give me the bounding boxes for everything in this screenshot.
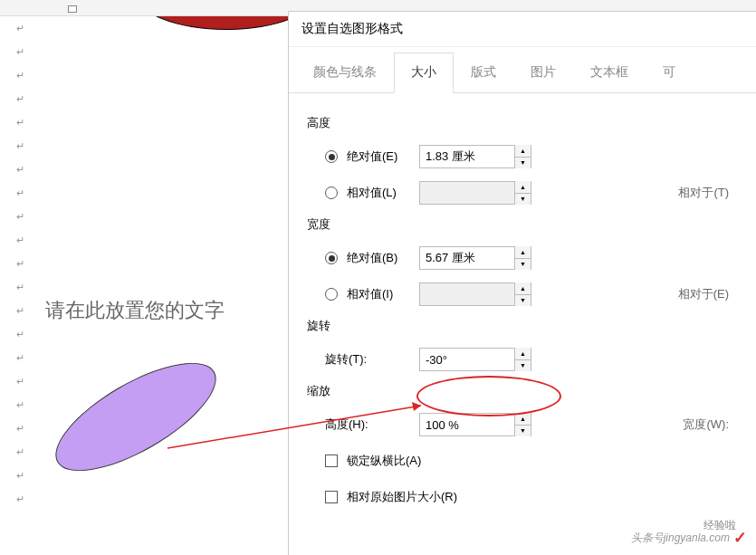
paragraph-mark: ↵ — [16, 205, 288, 228]
value-width-absolute: 5.67 厘米 — [426, 250, 475, 266]
spinner-down-icon[interactable]: ▼ — [515, 360, 531, 372]
label-scale-height: 高度(H): — [325, 416, 419, 433]
placeholder-text[interactable]: 请在此放置您的文字 — [45, 297, 225, 324]
tab-size[interactable]: 大小 — [394, 53, 454, 93]
spinner: ▲ ▼ — [514, 413, 531, 436]
indent-marker-icon[interactable] — [68, 5, 77, 13]
label-relative-to: 相对于(T) — [678, 185, 729, 201]
input-scale-height[interactable]: 100 % ▲ ▼ — [419, 413, 531, 436]
dialog-tabs: 颜色与线条 大小 版式 图片 文本框 可 — [289, 53, 756, 93]
paragraph-mark: ↵ — [16, 275, 288, 299]
spinner-down-icon: ▼ — [515, 194, 531, 206]
label-relative-to: 相对于(E) — [678, 286, 729, 302]
paragraph-mark: ↵ — [16, 87, 288, 110]
label-relative-original: 相对原始图片大小(R) — [347, 489, 457, 505]
radio-width-relative[interactable] — [325, 288, 338, 301]
spinner-up-icon[interactable]: ▲ — [515, 246, 531, 259]
watermark: 头条号jingyanla.com ✓ — [631, 528, 747, 548]
value-rotate: -30° — [426, 353, 447, 367]
spinner: ▲ ▼ — [514, 181, 531, 205]
input-width-absolute[interactable]: 5.67 厘米 ▲ ▼ — [419, 246, 531, 270]
spinner-down-icon[interactable]: ▼ — [515, 426, 531, 437]
paragraph-mark: ↵ — [16, 322, 288, 346]
spinner-down-icon: ▼ — [515, 295, 531, 307]
spinner-up-icon: ▲ — [515, 181, 531, 194]
spinner-up-icon: ▲ — [515, 282, 531, 295]
check-icon: ✓ — [733, 528, 747, 548]
spinner: ▲ ▼ — [514, 348, 531, 371]
tab-picture[interactable]: 图片 — [513, 53, 573, 92]
paragraph-mark: ↵ — [16, 228, 288, 252]
label-height-relative: 相对值(L) — [347, 185, 419, 201]
section-rotate: 旋转 — [307, 318, 738, 334]
tab-alt[interactable]: 可 — [646, 53, 693, 92]
paragraph-mark: ↵ — [16, 134, 288, 158]
label-rotate: 旋转(T): — [325, 351, 419, 368]
section-scale: 缩放 — [307, 383, 738, 399]
radio-height-absolute[interactable] — [325, 150, 338, 163]
spinner: ▲ ▼ — [514, 145, 531, 168]
spinner-up-icon[interactable]: ▲ — [515, 348, 531, 360]
tab-textbox[interactable]: 文本框 — [573, 53, 646, 92]
section-height: 高度 — [307, 115, 738, 131]
tab-color-line[interactable]: 颜色与线条 — [296, 53, 394, 92]
paragraph-mark: ↵ — [16, 63, 288, 87]
input-height-relative: ▲ ▼ — [419, 181, 531, 205]
watermark-text: 头条号jingyanla.com — [631, 531, 730, 546]
document-canvas[interactable]: ↵ ↵ ↵ ↵ ↵ ↵ ↵ ↵ ↵ ↵ ↵ ↵ ↵ ↵ ↵ ↵ ↵ ↵ ↵ ↵ … — [0, 16, 288, 555]
dialog-body: 高度 绝对值(E) 1.83 厘米 ▲ ▼ 相对值(L) ▲ ▼ 相对于(T) — [289, 93, 756, 531]
paragraph-mark: ↵ — [16, 346, 288, 369]
checkbox-lock-aspect[interactable] — [325, 455, 338, 467]
spinner-up-icon[interactable]: ▲ — [515, 145, 531, 158]
section-width: 宽度 — [307, 216, 738, 233]
radio-width-absolute[interactable] — [325, 252, 338, 264]
input-height-absolute[interactable]: 1.83 厘米 ▲ ▼ — [419, 145, 531, 168]
paragraph-mark: ↵ — [16, 158, 288, 181]
spinner-up-icon[interactable]: ▲ — [515, 413, 531, 426]
label-width-absolute: 绝对值(B) — [347, 250, 419, 266]
label-width-relative: 相对值(I) — [347, 286, 419, 302]
paragraph-mark: ↵ — [16, 487, 288, 511]
value-height-absolute: 1.83 厘米 — [426, 148, 475, 165]
radio-height-relative[interactable] — [325, 187, 338, 199]
input-width-relative: ▲ ▼ — [419, 282, 531, 306]
input-rotate[interactable]: -30° ▲ ▼ — [419, 348, 531, 371]
dialog-title: 设置自选图形格式 — [289, 12, 756, 47]
paragraph-mark: ↵ — [16, 464, 288, 487]
spinner: ▲ ▼ — [514, 246, 531, 270]
checkbox-relative-original[interactable] — [325, 491, 338, 503]
paragraph-mark: ↵ — [16, 181, 288, 205]
spinner-down-icon[interactable]: ▼ — [515, 259, 531, 271]
tab-layout[interactable]: 版式 — [454, 53, 513, 92]
label-scale-width: 宽度(W): — [683, 416, 729, 433]
paragraph-mark: ↵ — [16, 252, 288, 275]
spinner-down-icon[interactable]: ▼ — [515, 158, 531, 169]
value-scale-height: 100 % — [426, 418, 459, 432]
spinner: ▲ ▼ — [514, 282, 531, 306]
label-height-absolute: 绝对值(E) — [347, 148, 419, 165]
label-lock-aspect: 锁定纵横比(A) — [347, 453, 421, 469]
format-shape-dialog: 设置自选图形格式 颜色与线条 大小 版式 图片 文本框 可 高度 绝对值(E) … — [288, 11, 756, 555]
paragraph-mark: ↵ — [16, 110, 288, 134]
